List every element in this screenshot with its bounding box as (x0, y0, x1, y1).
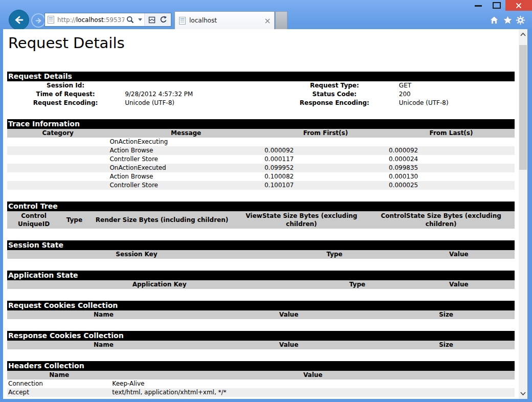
cell-from-last: 0.099835 (388, 164, 515, 172)
section-response-cookies: Response Cookies Collection Name Value S… (7, 331, 515, 349)
cell-category (7, 164, 108, 172)
cell-header-value: Keep-Alive (111, 379, 515, 388)
favorites-star-icon[interactable] (503, 15, 513, 25)
field-value: 9/28/2012 4:57:32 PM (124, 90, 271, 99)
field-label: Status Code: (271, 90, 398, 99)
cell-from-first (263, 138, 388, 146)
column-header: Control UniqueID (7, 211, 60, 229)
table-header-row: Name Value Size (7, 310, 515, 319)
field-label: Request Encoding: (7, 99, 124, 107)
maximize-button[interactable] (493, 2, 501, 9)
section-session-state: Session State Session Key Type Value (7, 240, 515, 259)
cell-from-first: 0.000117 (263, 155, 388, 164)
browser-chrome: http://localhost:59537/Trace.a localhost (0, 0, 532, 29)
url-host: localhost (76, 16, 104, 24)
section-caption: Session State (7, 240, 515, 250)
autocomplete-dropdown-icon[interactable] (136, 18, 144, 21)
cell-from-last: 0.000024 (388, 155, 515, 164)
cell-message: Controller Store (108, 181, 263, 190)
cell-from-last: 0.000130 (388, 172, 515, 181)
scroll-down-icon[interactable] (519, 389, 527, 398)
close-button[interactable] (505, 0, 532, 11)
column-header: Size (378, 341, 515, 349)
url-prefix: http:// (57, 16, 76, 24)
column-header: From Last(s) (388, 129, 515, 138)
table-row: Time of Request: 9/28/2012 4:57:32 PM St… (7, 90, 515, 99)
column-header: Value (111, 371, 515, 379)
refresh-icon[interactable] (158, 16, 169, 24)
column-header: Type (60, 211, 88, 229)
vertical-scrollbar[interactable] (519, 29, 527, 399)
cell-message: Controller Store (108, 155, 263, 164)
section-caption: Application State (7, 271, 515, 280)
home-button[interactable] (490, 16, 499, 25)
settings-gear-icon[interactable] (516, 15, 525, 25)
section-caption: Request Details (7, 72, 515, 81)
new-tab-button[interactable] (275, 11, 287, 29)
table-header-row: Name Value (7, 371, 515, 379)
table-header-row: Control UniqueID Type Render Size Bytes … (7, 211, 515, 229)
scroll-up-icon[interactable] (519, 30, 527, 39)
cell-from-first: 0.100082 (263, 172, 388, 181)
browser-tab-localhost[interactable]: localhost (174, 11, 275, 29)
section-caption: Response Cookies Collection (7, 331, 515, 341)
page-title: Request Details (8, 33, 519, 53)
request-cookies-table: Name Value Size (7, 310, 515, 319)
url-text: http://localhost:59537/Trace.a (57, 16, 124, 24)
tab-title: localhost (189, 17, 263, 24)
back-arrow-icon (13, 14, 25, 26)
section-request-details: Request Details Session Id: Request Type… (7, 72, 515, 107)
session-state-table: Session Key Type Value (7, 250, 515, 259)
column-header: Size (378, 310, 515, 319)
page-favicon-icon (48, 16, 54, 24)
section-application-state: Application State Application Key Type V… (7, 271, 515, 289)
column-header: Value (403, 250, 515, 259)
trace-row: OnActionExecuted 0.099952 0.099835 (7, 164, 515, 172)
scrollbar-thumb[interactable] (519, 45, 527, 170)
table-row: Request Encoding: Unicode (UTF-8) Respon… (7, 99, 515, 107)
cell-category (7, 146, 108, 155)
column-header: Value (200, 310, 378, 319)
cell-category (7, 138, 108, 146)
section-request-cookies: Request Cookies Collection Name Value Si… (7, 301, 515, 319)
column-header: Type (312, 280, 403, 289)
address-bar[interactable]: http://localhost:59537/Trace.a (45, 13, 171, 27)
trace-row: Action Browse 0.100082 0.000130 (7, 172, 515, 181)
field-label: Session Id: (7, 81, 124, 90)
cell-category (7, 172, 108, 181)
column-header: Message (108, 129, 263, 138)
trace-information-table: Category Message From First(s) From Last… (7, 129, 515, 190)
trace-row: Controller Store 0.000117 0.000024 (7, 155, 515, 164)
table-header-row: Session Key Type Value (7, 250, 515, 259)
cell-from-first: 0.099952 (263, 164, 388, 172)
url-rest: :59537/Trace.a (104, 16, 124, 24)
tab-close-icon[interactable] (263, 16, 274, 25)
column-header: Value (403, 280, 515, 289)
page-content: Request Details Request Details Session … (3, 29, 519, 399)
trace-row: Controller Store 0.100107 0.000025 (7, 181, 515, 190)
headers-table: Name Value Connection Keep-Alive Accept … (7, 371, 515, 397)
column-header: Type (266, 250, 403, 259)
forward-button[interactable] (31, 13, 46, 28)
close-x-icon (516, 3, 522, 9)
column-header: Name (7, 371, 111, 379)
cell-message: OnActionExecuting (108, 138, 263, 146)
section-caption: Trace Information (7, 119, 515, 129)
cell-from-first: 0.100107 (263, 181, 388, 190)
back-button[interactable] (9, 10, 29, 30)
column-header: ViewState Size Bytes (excluding children… (235, 211, 367, 229)
field-value: Unicode (UTF-8) (398, 99, 515, 107)
field-label: Response Encoding: (271, 99, 398, 107)
field-value (124, 81, 271, 90)
header-row: Connection Keep-Alive (7, 379, 515, 388)
cell-from-last: 0.000092 (388, 146, 515, 155)
search-icon[interactable] (124, 16, 136, 24)
cell-message: Action Browse (108, 172, 263, 181)
minimize-button[interactable] (475, 5, 482, 7)
section-caption: Control Tree (7, 202, 515, 211)
table-header-row: Application Key Type Value (7, 280, 515, 289)
trace-sections: Request Details Session Id: Request Type… (7, 72, 515, 397)
compatibility-view-icon[interactable] (146, 16, 158, 24)
application-state-table: Application Key Type Value (7, 280, 515, 289)
cell-from-last: 0.000025 (388, 181, 515, 190)
